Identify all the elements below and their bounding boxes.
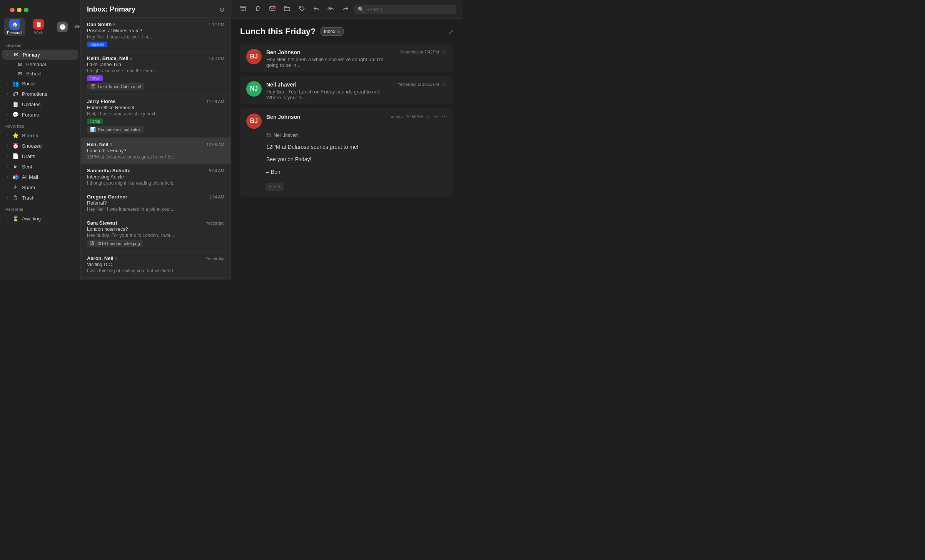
sidebar-item-spam[interactable]: › ⚠ Spam: [2, 182, 78, 192]
email-sender: Keith, Bruce, Neil 5: [87, 55, 132, 61]
email-subject: London hotel recs?: [87, 227, 224, 232]
star-message-button[interactable]: ☆: [442, 81, 447, 87]
email-subject: Positions at Mimestream?: [87, 28, 224, 33]
sidebar-item-label: Primary: [23, 52, 73, 58]
chevron-right-icon: ›: [7, 102, 8, 106]
svg-point-4: [273, 5, 275, 8]
chevron-right-icon: ›: [7, 144, 8, 148]
reply-button[interactable]: [310, 3, 322, 15]
sidebar-item-label: Forums: [22, 112, 73, 118]
starred-icon: ⭐: [12, 132, 19, 138]
move-folder-button[interactable]: [281, 3, 293, 15]
email-item[interactable]: Aaron, Neil 2 Yesterday Visiting D.C. I …: [81, 252, 230, 278]
more-options-button[interactable]: ⋯: [442, 113, 447, 120]
forward-button[interactable]: [339, 3, 352, 15]
email-list-header: Inbox: Primary ⊙: [81, 0, 230, 18]
sidebar-item-label: School: [26, 71, 42, 77]
sidebar-item-all-mail[interactable]: › 📬 All Mail: [2, 172, 78, 182]
personal-section-label: Personal: [0, 203, 80, 213]
draft-account-button[interactable]: 🕐: [52, 18, 73, 36]
email-list-title: Inbox: Primary: [87, 5, 135, 13]
sidebar-item-forums[interactable]: › 💬 Forums: [2, 110, 78, 120]
personal-account-button[interactable]: 🏠 Personal: [4, 18, 25, 36]
spam-icon: ⚠: [12, 184, 19, 190]
archive-button[interactable]: [237, 3, 249, 15]
work-account-button[interactable]: 📋 Work: [28, 18, 49, 36]
list-options-button[interactable]: ⊙: [219, 6, 224, 13]
email-item[interactable]: Dan Smith 5 1:12 PM Positions at Mimestr…: [81, 18, 230, 52]
chevron-right-icon: ›: [7, 165, 8, 168]
email-preview: I might also come in on the eveni...: [87, 68, 202, 73]
message-card[interactable]: BJ Ben Johnson Hey Neil, It's been a whi…: [240, 43, 453, 72]
sidebar-item-primary[interactable]: ▾ ✉ Primary: [2, 50, 78, 60]
star-message-button[interactable]: ☆: [442, 49, 447, 55]
show-more-button[interactable]: • • •: [266, 183, 284, 191]
sidebar-item-starred[interactable]: › ⭐ Starred: [2, 130, 78, 140]
message-sender: Ben Johnson: [266, 114, 301, 120]
message-card[interactable]: NJ Neil Jhaveri Hey Ben, Yes! Lunch on F…: [240, 76, 453, 104]
message-preview: Hey Neil, It's been a while since we've …: [266, 57, 395, 68]
email-attachment: 🖼 2018 London hotel.png: [87, 240, 143, 247]
star-message-button[interactable]: ☆: [426, 113, 431, 120]
message-actions: Today at 10:58AM ☆ ↩ ⋯: [389, 113, 447, 120]
chevron-right-icon: ›: [7, 92, 8, 96]
close-button[interactable]: [10, 8, 15, 12]
school-inbox-icon: ✉: [16, 71, 23, 77]
sidebar-item-sent[interactable]: › ➤ Sent: [2, 162, 78, 172]
reply-message-button[interactable]: ↩: [434, 113, 439, 120]
email-sender: Ben, Neil 3: [87, 142, 112, 147]
email-time: 11:29 AM: [207, 99, 224, 104]
trash-icon: 🗑: [12, 195, 19, 201]
email-item[interactable]: Keith, Bruce, Neil 5 1:03 PM Lake Tahoe …: [81, 52, 230, 95]
sidebar-item-awaiting[interactable]: › ⏳ Awaiting: [2, 213, 78, 223]
email-item[interactable]: Samantha Schultz 8:04 AM Interesting Art…: [81, 164, 230, 190]
email-subject: Lake Tahoe Trip: [87, 62, 224, 67]
sidebar-item-personal[interactable]: ✉ Personal: [2, 60, 78, 69]
message-sender: Neil Jhaveri: [266, 82, 297, 88]
message-card-expanded: BJ Ben Johnson Today at 10:58AM ☆ ↩ ⋯ To…: [240, 108, 453, 197]
sidebar-item-label: Social: [22, 81, 73, 87]
message-meta: Ben Johnson Hey Neil, It's been a while …: [266, 49, 395, 68]
message-actions: Yesterday at 7:42PM ☆: [400, 49, 447, 55]
trash-toolbar-icon: [254, 5, 261, 12]
reply-all-icon: [327, 5, 334, 12]
chevron-right-icon: ›: [7, 217, 8, 220]
sidebar-item-social[interactable]: › 👥 Social: [2, 78, 78, 88]
email-preview: Hey buddy, For your trip to London, I wo…: [87, 233, 202, 238]
chevron-right-icon: ›: [7, 154, 8, 158]
sidebar-item-updates[interactable]: › 📋 Updates: [2, 99, 78, 109]
email-item[interactable]: Gregory Gardner 1:34 AM Referral? Hey Ne…: [81, 190, 230, 216]
tag-button[interactable]: [296, 3, 308, 15]
traffic-lights-bar: [0, 0, 80, 13]
sidebar-item-label: All Mail: [22, 174, 73, 180]
minimize-button[interactable]: [17, 8, 22, 12]
sidebar-nav: Inboxes ▾ ✉ Primary ✉ Personal ✉ School …: [0, 39, 80, 280]
attachment-name: Lake Tahoe Cabin.mp4: [98, 84, 141, 89]
social-icon: 👥: [12, 80, 19, 87]
email-item-selected[interactable]: Ben, Neil 3 10:58 AM Lunch this Friday? …: [81, 138, 230, 164]
svg-rect-0: [240, 6, 246, 7]
search-input[interactable]: [366, 7, 452, 12]
sidebar-item-trash[interactable]: › 🗑 Trash: [2, 193, 78, 203]
sidebar-item-school[interactable]: ✉ School: [2, 69, 78, 78]
search-icon: 🔍: [358, 7, 364, 12]
forums-icon: 💬: [12, 112, 19, 118]
maximize-button[interactable]: [24, 8, 28, 12]
remove-badge-button[interactable]: ✕: [337, 30, 340, 34]
detail-toolbar: 🔍: [231, 0, 462, 19]
inbox-badge: Inbox ✕: [321, 27, 344, 36]
chevron-right-icon: ›: [7, 175, 8, 179]
mark-unread-button[interactable]: [266, 3, 279, 15]
delete-button[interactable]: [252, 3, 264, 15]
reply-all-button[interactable]: [325, 3, 337, 15]
folder-icon: [284, 5, 291, 12]
email-subject: Lunch this Friday?: [87, 148, 224, 153]
expand-thread-button[interactable]: ⤢: [448, 28, 453, 35]
email-item[interactable]: Sara Stewart Yesterday London hotel recs…: [81, 216, 230, 252]
email-time: Yesterday: [205, 221, 224, 225]
email-item[interactable]: Jerry Flores 11:29 AM Home Office Remode…: [81, 95, 230, 138]
sidebar-item-drafts[interactable]: › 📄 Drafts: [2, 151, 78, 161]
updates-icon: 📋: [12, 101, 19, 107]
sidebar-item-promotions[interactable]: › 🏷 Promotions: [2, 89, 78, 99]
sidebar-item-snoozed[interactable]: › ⏰ Snoozed: [2, 141, 78, 151]
